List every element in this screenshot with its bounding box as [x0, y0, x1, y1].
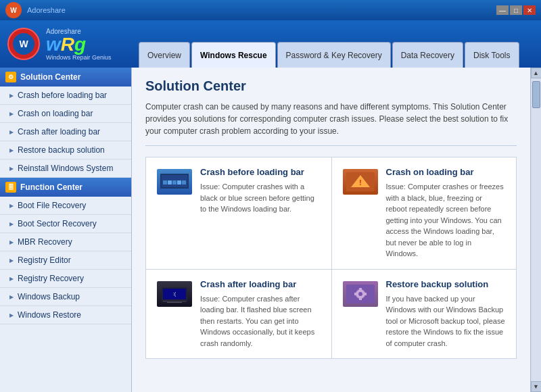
content-inner: Solution Center Computer crash can be ca…: [132, 68, 530, 370]
svg-rect-25: [364, 293, 367, 295]
svg-rect-7: [172, 180, 177, 185]
sidebar: ⚙ Solution Center Crash before loading b…: [0, 68, 132, 392]
tab-overview[interactable]: Overview: [139, 42, 190, 68]
tab-disk-tools[interactable]: Disk Tools: [465, 42, 519, 68]
tab-password-key[interactable]: Password & Key Recovery: [277, 42, 391, 68]
sidebar-item-registry-editor[interactable]: Registry Editor: [0, 251, 131, 270]
title-bar-left: W Adoreshare: [5, 2, 66, 18]
card-restore-desc: If you have backed up your Windows with …: [386, 293, 506, 349]
restore-svg: [346, 285, 375, 303]
solution-center-header-label: Solution Center: [20, 72, 80, 82]
main-layout: ⚙ Solution Center Crash before loading b…: [0, 68, 541, 392]
card-crash-after-image: :(: [157, 279, 192, 309]
sidebar-section-function-center: 🗄 Function Center: [0, 178, 131, 197]
scroll-down-arrow[interactable]: ▼: [531, 381, 542, 392]
card-crash-before-content: Crash before loading bar Issue: Computer…: [200, 167, 321, 215]
sidebar-item-reinstall-windows[interactable]: Reinstall Windows System: [0, 160, 131, 178]
logo-area: W Adoreshare wRg Windows Repair Genius: [7, 27, 139, 61]
solution-center-icon: ⚙: [5, 72, 16, 82]
svg-text::(: :(: [173, 291, 177, 297]
card-crash-before[interactable]: Crash before loading bar Issue: Computer…: [145, 157, 331, 270]
sidebar-item-registry-recovery[interactable]: Registry Recovery: [0, 270, 131, 288]
app-subtitle: Windows Repair Genius: [46, 54, 112, 61]
nav-tabs: Overview Windows Rescue Password & Key R…: [139, 20, 519, 68]
page-description: Computer crash can be caused by many rea…: [145, 101, 517, 146]
sidebar-item-crash-on[interactable]: Crash on loading bar: [0, 105, 131, 123]
minimize-button[interactable]: —: [496, 5, 509, 15]
app-logo-icon: W: [5, 2, 22, 18]
svg-rect-6: [168, 180, 172, 185]
sidebar-section-solution-center: ⚙ Solution Center: [0, 68, 131, 87]
card-crash-after-title: Crash after loading bar: [200, 279, 321, 289]
svg-rect-15: [163, 301, 186, 302]
svg-rect-23: [359, 298, 362, 300]
card-crash-on[interactable]: ! Crash on loading bar Issue: Computer c…: [331, 157, 517, 270]
crash-before-icon: [157, 169, 192, 195]
sidebar-item-windows-restore[interactable]: Windows Restore: [0, 306, 131, 324]
restore-icon: [343, 281, 378, 307]
sidebar-item-boot-file[interactable]: Boot File Recovery: [0, 197, 131, 215]
crash-on-svg: !: [346, 172, 375, 191]
card-restore-title: Restore backup solution: [386, 279, 506, 289]
scroll-track[interactable]: [532, 78, 541, 381]
app-header: W Adoreshare wRg Windows Repair Genius O…: [0, 20, 541, 68]
sidebar-item-crash-after[interactable]: Crash after loading bar: [0, 123, 131, 141]
svg-text:W: W: [19, 39, 28, 49]
sidebar-item-boot-sector[interactable]: Boot Sector Recovery: [0, 215, 131, 233]
title-bar: W Adoreshare — □ ✕: [0, 0, 541, 20]
sidebar-item-mbr[interactable]: MBR Recovery: [0, 233, 131, 251]
card-crash-on-desc: Issue: Computer crashes or freezes with …: [386, 181, 506, 260]
function-center-header-label: Function Center: [20, 182, 83, 192]
sidebar-item-windows-backup[interactable]: Windows Backup: [0, 288, 131, 306]
page-title: Solution Center: [145, 78, 517, 94]
card-crash-after[interactable]: :( Crash after loading bar Issue: Comput…: [145, 270, 331, 360]
crash-on-icon: !: [343, 169, 378, 195]
cards-grid: Crash before loading bar Issue: Computer…: [145, 157, 517, 359]
svg-rect-8: [177, 180, 181, 185]
svg-rect-18: [167, 302, 182, 303]
card-restore-image: [343, 279, 378, 309]
content-area: Solution Center Computer crash can be ca…: [132, 68, 530, 392]
scroll-thumb[interactable]: [532, 81, 540, 108]
svg-rect-22: [359, 288, 362, 290]
svg-rect-9: [182, 180, 186, 185]
card-restore-backup[interactable]: Restore backup solution If you have back…: [331, 270, 517, 360]
window-controls: — □ ✕: [496, 5, 536, 15]
app-logo-svg: W: [7, 27, 41, 61]
content-with-scroll: Solution Center Computer crash can be ca…: [132, 68, 541, 392]
crash-after-icon: :(: [157, 281, 192, 307]
card-crash-on-title: Crash on loading bar: [386, 167, 506, 177]
svg-point-21: [358, 292, 362, 296]
card-crash-before-image: [157, 167, 192, 197]
crash-before-svg: [160, 172, 189, 191]
card-crash-after-content: Crash after loading bar Issue: Computer …: [200, 279, 321, 349]
sidebar-item-crash-before[interactable]: Crash before loading bar: [0, 87, 131, 105]
logo-text-area: Adoreshare wRg Windows Repair Genius: [46, 28, 112, 61]
card-crash-before-desc: Issue: Computer crashes with a black or …: [200, 181, 321, 215]
card-crash-before-title: Crash before loading bar: [200, 167, 321, 177]
scroll-up-arrow[interactable]: ▲: [531, 68, 542, 78]
card-crash-on-image: !: [343, 167, 378, 197]
sidebar-item-restore-backup[interactable]: Restore backup solution: [0, 141, 131, 160]
app-brand-wrg: wRg: [46, 35, 112, 54]
svg-rect-24: [354, 293, 356, 295]
app-title: Adoreshare: [27, 6, 66, 14]
svg-rect-5: [163, 180, 167, 185]
card-crash-after-desc: Issue: Computer crashes after loading ba…: [200, 293, 321, 349]
tab-data-recovery[interactable]: Data Recovery: [392, 42, 463, 68]
close-button[interactable]: ✕: [523, 5, 536, 15]
tab-windows-rescue[interactable]: Windows Rescue: [191, 42, 276, 68]
function-center-icon: 🗄: [5, 182, 16, 193]
right-scrollbar: ▲ ▼: [530, 68, 541, 392]
svg-text:!: !: [359, 179, 361, 187]
maximize-button[interactable]: □: [510, 5, 522, 15]
card-crash-on-content: Crash on loading bar Issue: Computer cra…: [386, 167, 506, 260]
crash-after-svg: :(: [160, 285, 189, 303]
card-restore-content: Restore backup solution If you have back…: [386, 279, 506, 349]
